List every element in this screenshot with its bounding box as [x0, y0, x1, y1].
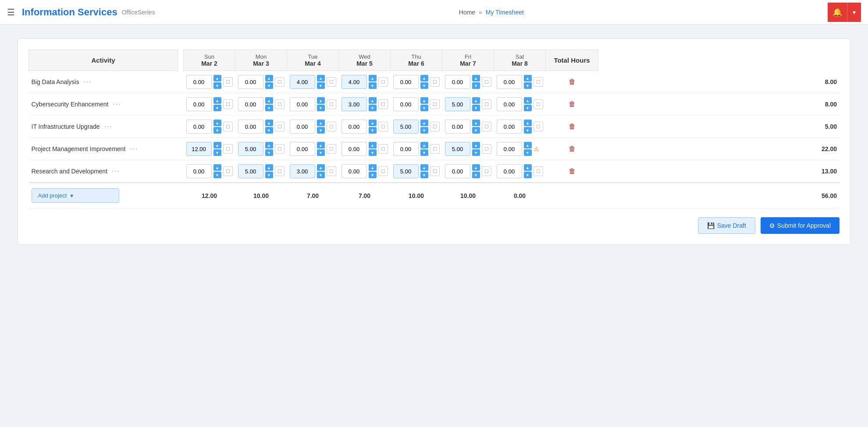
breadcrumb-home[interactable]: Home [459, 9, 475, 16]
delete-row-button[interactable]: 🗑 [567, 99, 577, 109]
save-draft-button[interactable]: 💾 Save Draft [698, 217, 755, 234]
spin-up-r2-d5[interactable]: ▲ [472, 120, 480, 126]
spin-up-r4-d4[interactable]: ▲ [420, 164, 428, 171]
spin-up-r0-d1[interactable]: ▲ [265, 75, 273, 81]
note-button[interactable]: ☐ [327, 166, 336, 176]
spin-up-r3-d1[interactable]: ▲ [265, 142, 273, 148]
hour-input-r1-d3[interactable] [342, 97, 367, 111]
note-button[interactable]: ☐ [534, 166, 543, 176]
spin-down-r0-d0[interactable]: ▼ [213, 82, 221, 89]
hour-input-r4-d3[interactable] [342, 164, 367, 178]
delete-row-button[interactable]: 🗑 [567, 77, 577, 87]
spin-down-r1-d1[interactable]: ▼ [265, 105, 273, 111]
spin-up-r0-d2[interactable]: ▲ [317, 75, 325, 81]
spin-up-r2-d4[interactable]: ▲ [420, 120, 428, 126]
spin-down-r3-d5[interactable]: ▼ [472, 149, 480, 156]
row-options-button[interactable]: ··· [109, 166, 123, 176]
note-button[interactable]: ☐ [430, 122, 440, 131]
spin-down-r3-d4[interactable]: ▼ [420, 149, 428, 156]
hour-input-r4-d4[interactable] [393, 164, 419, 178]
spin-down-r4-d4[interactable]: ▼ [420, 172, 428, 178]
hour-input-r3-d1[interactable] [238, 142, 263, 156]
spin-up-r1-d1[interactable]: ▲ [265, 97, 273, 104]
note-button[interactable]: ☐ [223, 166, 233, 176]
note-button[interactable]: ☐ [430, 77, 440, 87]
spin-up-r2-d6[interactable]: ▲ [524, 120, 532, 126]
note-button[interactable]: ☐ [430, 99, 440, 109]
hour-input-r4-d5[interactable] [445, 164, 470, 178]
hour-input-r1-d2[interactable] [290, 97, 315, 111]
hour-input-r2-d6[interactable] [497, 120, 522, 134]
row-options-button[interactable]: ··· [102, 122, 115, 131]
spin-up-r1-d5[interactable]: ▲ [472, 97, 480, 104]
spin-down-r2-d5[interactable]: ▼ [472, 127, 480, 134]
spin-down-r0-d1[interactable]: ▼ [265, 82, 273, 89]
spin-down-r1-d4[interactable]: ▼ [420, 105, 428, 111]
add-project-button[interactable]: Add project ▼ [32, 188, 119, 203]
spin-down-r4-d3[interactable]: ▼ [369, 172, 377, 178]
note-button[interactable]: ☐ [327, 99, 336, 109]
note-button[interactable]: ☐ [534, 122, 543, 131]
note-button[interactable]: ☐ [275, 144, 285, 154]
note-button[interactable]: ☐ [482, 166, 491, 176]
note-button[interactable]: ☐ [223, 144, 233, 154]
spin-up-r1-d2[interactable]: ▲ [317, 97, 325, 104]
hour-input-r2-d3[interactable] [342, 120, 367, 134]
spin-down-r2-d0[interactable]: ▼ [213, 127, 221, 134]
notification-button[interactable]: 🔔 [828, 3, 847, 22]
note-button[interactable]: ☐ [223, 77, 233, 87]
spin-up-r2-d1[interactable]: ▲ [265, 120, 273, 126]
hour-input-r3-d3[interactable] [342, 142, 367, 156]
spin-up-r4-d2[interactable]: ▲ [317, 164, 325, 171]
spin-down-r4-d0[interactable]: ▼ [213, 172, 221, 178]
spin-down-r3-d3[interactable]: ▼ [369, 149, 377, 156]
hour-input-r3-d2[interactable] [290, 142, 315, 156]
spin-down-r4-d6[interactable]: ▼ [524, 172, 532, 178]
hour-input-r4-d1[interactable] [238, 164, 263, 178]
note-button[interactable]: ☐ [378, 166, 388, 176]
spin-down-r0-d3[interactable]: ▼ [369, 82, 377, 89]
spin-up-r3-d5[interactable]: ▲ [472, 142, 480, 148]
spin-up-r2-d3[interactable]: ▲ [369, 120, 377, 126]
note-button[interactable]: ☐ [534, 99, 543, 109]
hour-input-r0-d0[interactable] [186, 75, 212, 89]
spin-down-r3-d2[interactable]: ▼ [317, 149, 325, 156]
note-button[interactable]: ☐ [430, 166, 440, 176]
delete-row-button[interactable]: 🗑 [567, 144, 577, 154]
submit-button[interactable]: ⊙ Submit for Approval [761, 217, 840, 234]
note-button[interactable]: ☐ [275, 77, 285, 87]
spin-up-r1-d3[interactable]: ▲ [369, 97, 377, 104]
hour-input-r0-d5[interactable] [445, 75, 470, 89]
spin-down-r1-d2[interactable]: ▼ [317, 105, 325, 111]
hour-input-r0-d3[interactable] [342, 75, 367, 89]
spin-down-r0-d6[interactable]: ▼ [524, 82, 532, 89]
hour-input-r4-d0[interactable] [186, 164, 212, 178]
note-button[interactable]: ☐ [378, 77, 388, 87]
spin-down-r3-d0[interactable]: ▼ [213, 149, 221, 156]
note-button[interactable]: ☐ [378, 99, 388, 109]
spin-up-r0-d0[interactable]: ▲ [213, 75, 221, 81]
spin-down-r1-d0[interactable]: ▼ [213, 105, 221, 111]
spin-up-r1-d4[interactable]: ▲ [420, 97, 428, 104]
hour-input-r4-d2[interactable] [290, 164, 315, 178]
spin-up-r3-d2[interactable]: ▲ [317, 142, 325, 148]
note-button[interactable]: ☐ [327, 144, 336, 154]
spin-up-r4-d0[interactable]: ▲ [213, 164, 221, 171]
hour-input-r1-d0[interactable] [186, 97, 212, 111]
spin-down-r2-d3[interactable]: ▼ [369, 127, 377, 134]
note-button[interactable]: ☐ [275, 122, 285, 131]
hour-input-r0-d6[interactable] [497, 75, 522, 89]
spin-down-r1-d5[interactable]: ▼ [472, 105, 480, 111]
menu-icon[interactable]: ☰ [7, 7, 15, 18]
note-button[interactable]: ☐ [482, 122, 491, 131]
hour-input-r2-d5[interactable] [445, 120, 470, 134]
delete-row-button[interactable]: 🗑 [567, 166, 577, 176]
hour-input-r2-d1[interactable] [238, 120, 263, 134]
spin-down-r1-d3[interactable]: ▼ [369, 105, 377, 111]
spin-up-r2-d0[interactable]: ▲ [213, 120, 221, 126]
spin-up-r0-d5[interactable]: ▲ [472, 75, 480, 81]
spin-up-r4-d3[interactable]: ▲ [369, 164, 377, 171]
hour-input-r1-d6[interactable] [497, 97, 522, 111]
spin-up-r0-d6[interactable]: ▲ [524, 75, 532, 81]
note-button[interactable]: ☐ [223, 99, 233, 109]
